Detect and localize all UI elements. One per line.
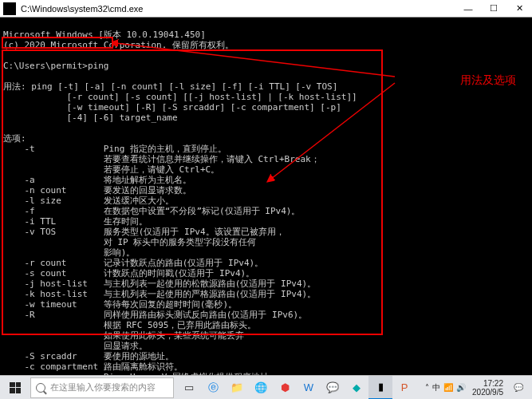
window-title: C:\Windows\system32\cmd.exe [19, 4, 455, 14]
cmd-window: C:\Windows\system32\cmd.exe — ☐ ✕ Micros… [0, 0, 532, 375]
option-line: 对 IP 标头中的服务类型字段没有任何 [3, 237, 256, 247]
search-placeholder: 在这里输入你要搜索的内容 [50, 381, 156, 393]
option-line: -R 同样使用路由标头测试反向路由(仅适用于 IPv6)。 [3, 310, 307, 320]
taskbar-app[interactable]: W [297, 376, 321, 400]
options-title: 选项: [3, 133, 26, 144]
taskbar-app[interactable]: 💬 [321, 376, 345, 400]
option-line: 若要查看统计信息并继续操作，请键入 Ctrl+Break； [3, 154, 320, 164]
tray-network-icon[interactable]: 📶 [443, 383, 453, 392]
taskbar-app[interactable]: ⓔ [201, 376, 225, 400]
console-line [3, 71, 9, 81]
console-output[interactable]: Microsoft Windows [版本 10.0.19041.450] (c… [0, 18, 532, 375]
console-prompt: C:\Users\permit>ping [3, 61, 108, 71]
notification-center-icon[interactable]: 💬 [510, 379, 527, 397]
taskbar-app-cmd[interactable]: ▮ [368, 376, 392, 400]
console-line [3, 50, 9, 61]
taskbar-app[interactable]: 📁 [225, 376, 249, 400]
windows-logo-icon [10, 382, 21, 393]
usage-line: [-w timeout] [-R] [-S srcaddr] [-c compa… [3, 102, 341, 113]
tray-ime-icon[interactable]: 中 [432, 382, 440, 393]
search-icon [36, 383, 45, 393]
console-line [3, 123, 9, 133]
taskbar-app[interactable]: ◆ [345, 376, 368, 400]
option-line: -s count 计数跃点的时间戳(仅适用于 IPv4)。 [3, 268, 254, 279]
titlebar[interactable]: C:\Windows\system32\cmd.exe — ☐ ✕ [0, 0, 532, 18]
option-line: -w timeout 等待每次回复的超时时间(毫秒)。 [3, 299, 237, 310]
usage-line: [-4] [-6] target_name [3, 113, 178, 123]
console-line: (c) 2020 Microsoft Corporation. 保留所有权利。 [3, 40, 234, 50]
option-line: -r count 记录计数跃点的路由(仅适用于 IPv4)。 [3, 258, 263, 268]
option-line: 若要停止，请键入 Ctrl+C。 [3, 164, 219, 175]
option-line: -f 在数据包中设置“不分段”标记(仅适用于 IPv4)。 [3, 206, 300, 216]
option-line: 根据 RFC 5095，已弃用此路由标头。 [3, 320, 256, 330]
option-line: -c compartment 路由隔离舱标识符。 [3, 361, 183, 372]
maximize-button[interactable]: ☐ [481, 0, 506, 18]
console-line: Microsoft Windows [版本 10.0.19041.450] [3, 30, 206, 40]
taskbar: 在这里输入你要搜索的内容 ▭ ⓔ 📁 🌐 ⬢ W 💬 ◆ ▮ P ˄ 中 📶 🔊… [0, 375, 532, 399]
usage-line: 用法: ping [-t] [-a] [-n count] [-l size] … [3, 81, 337, 92]
system-tray[interactable]: ˄ 中 📶 🔊 17:22 2020/9/5 💬 [425, 379, 532, 397]
task-view-button[interactable]: ▭ [177, 376, 201, 400]
option-line: -v TOS 服务类型(仅适用于 IPv4。该设置已被弃用， [3, 227, 285, 237]
taskbar-app[interactable]: ⬢ [273, 376, 297, 400]
option-line: 影响)。 [3, 247, 135, 258]
close-button[interactable]: ✕ [506, 0, 532, 18]
search-input[interactable]: 在这里输入你要搜索的内容 [30, 377, 174, 398]
option-line: -i TTL 生存时间。 [3, 216, 148, 227]
option-line: 如果使用此标头，某些系统可能丢弃 [3, 330, 244, 341]
option-line: -a 将地址解析为主机名。 [3, 175, 191, 185]
tray-volume-icon[interactable]: 🔊 [456, 383, 466, 392]
taskbar-app[interactable]: P [392, 376, 416, 400]
tray-chevron-icon[interactable]: ˄ [425, 383, 429, 392]
option-line: -j host-list 与主机列表一起使用的松散源路由(仅适用于 IPv4)。 [3, 279, 316, 289]
start-button[interactable] [0, 376, 30, 400]
option-line: -l size 发送缓冲区大小。 [3, 196, 174, 206]
cmd-icon [3, 2, 16, 15]
minimize-button[interactable]: — [455, 0, 481, 18]
option-line: -S srcaddr 要使用的源地址。 [3, 351, 174, 361]
window-controls: — ☐ ✕ [455, 0, 532, 18]
option-line: -n count 要发送的回显请求数。 [3, 185, 191, 196]
option-line: -t Ping 指定的主机，直到停止。 [3, 144, 227, 154]
clock[interactable]: 17:22 2020/9/5 [469, 379, 506, 397]
option-line: 回显请求。 [3, 341, 148, 351]
taskbar-app[interactable]: 🌐 [249, 376, 273, 400]
usage-line: [-r count] [-s count] [[-j host-list] | … [3, 92, 357, 102]
option-line: -k host-list 与主机列表一起使用的严格源路由(仅适用于 IPv4)。 [3, 289, 316, 299]
